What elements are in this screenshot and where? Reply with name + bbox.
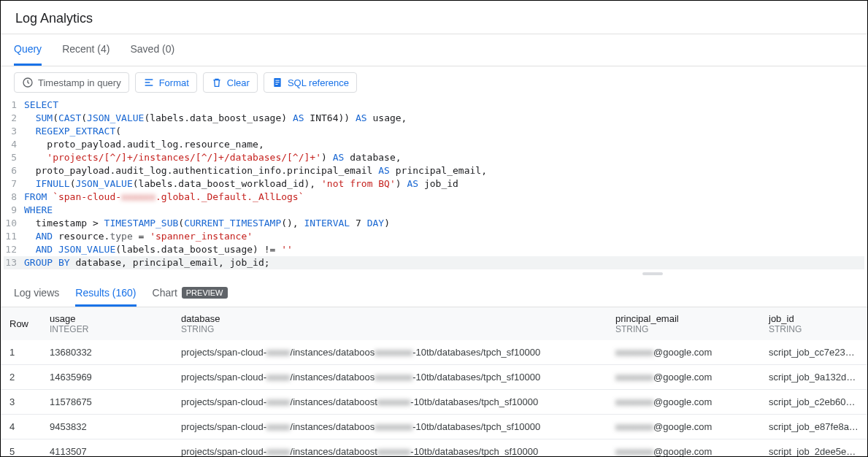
code-content: REGEXP_EXTRACT( — [24, 125, 121, 138]
result-tabs: Log views Results (160) Chart PREVIEW — [1, 275, 867, 307]
column-header[interactable]: usageINTEGER — [41, 307, 172, 340]
cell-email: xxxxxxxx@google.com — [607, 415, 760, 439]
code-line[interactable]: 8FROM `span-cloud-xxxxxx.global._Default… — [4, 191, 864, 204]
sqlref-label: SQL reference — [288, 77, 349, 88]
trash-icon — [211, 77, 223, 88]
tab-saved-[interactable]: Saved (0) — [130, 34, 174, 66]
cell-usage: 11578675 — [41, 390, 172, 415]
column-header[interactable]: principal_emailSTRING — [607, 307, 760, 340]
code-line[interactable]: 12 AND JSON_VALUE(labels.data_boost_usag… — [4, 243, 864, 256]
line-number: 3 — [4, 125, 24, 138]
tab-recent-[interactable]: Recent (4) — [62, 34, 110, 66]
clear-button[interactable]: Clear — [203, 72, 258, 93]
line-number: 7 — [4, 177, 24, 191]
cell-job: script_job_c2eb60835 — [760, 390, 867, 415]
code-line[interactable]: 5 'projects/[^/]+/instances/[^/]+/databa… — [4, 151, 864, 164]
code-line[interactable]: 4 proto_payload.audit_log.resource_name, — [4, 138, 864, 151]
column-header[interactable]: databaseSTRING — [172, 307, 607, 340]
code-line[interactable]: 9WHERE — [4, 204, 864, 217]
table-row[interactable]: 311578675projects/span-cloud-xxxxx/insta… — [1, 390, 867, 415]
line-number: 10 — [4, 217, 24, 230]
code-content: SELECT — [24, 99, 58, 112]
svg-rect-3 — [275, 82, 279, 82]
format-icon — [143, 77, 155, 88]
code-content: GROUP BY database, principal_email, job_… — [24, 256, 270, 269]
code-line[interactable]: 2 SUM(CAST(JSON_VALUE(labels.data_boost_… — [4, 112, 864, 125]
table-header-row: RowusageINTEGERdatabaseSTRINGprincipal_e… — [1, 307, 867, 340]
table-row[interactable]: 49453832projects/span-cloud-xxxxx/instan… — [1, 415, 867, 439]
cell-row: 5 — [1, 439, 41, 458]
cell-row: 3 — [1, 390, 41, 415]
cell-database: projects/span-cloud-xxxxx/instances/data… — [172, 415, 607, 439]
code-content: AND JSON_VALUE(labels.data_boost_usage) … — [24, 243, 293, 256]
code-line[interactable]: 13GROUP BY database, principal_email, jo… — [4, 256, 864, 269]
line-number: 4 — [4, 138, 24, 151]
page-title: Log Analytics — [15, 11, 853, 26]
code-content: WHERE — [24, 204, 53, 217]
line-number: 2 — [4, 112, 24, 125]
resize-handle[interactable] — [642, 272, 663, 275]
cell-job: script_job_e87fe8a8a — [760, 415, 867, 439]
header: Log Analytics — [1, 1, 867, 34]
line-number: 6 — [4, 164, 24, 177]
tab-query[interactable]: Query — [14, 34, 42, 66]
table-row[interactable]: 54113507projects/span-cloud-xxxxx/instan… — [1, 439, 867, 458]
column-header[interactable]: job_idSTRING — [760, 307, 867, 340]
top-tabs: QueryRecent (4)Saved (0) — [1, 34, 867, 66]
table-row[interactable]: 113680332projects/span-cloud-xxxxx/insta… — [1, 340, 867, 365]
column-header[interactable]: Row — [1, 307, 41, 340]
document-icon — [272, 77, 283, 88]
code-line[interactable]: 10 timestamp > TIMESTAMP_SUB(CURRENT_TIM… — [4, 217, 864, 230]
svg-rect-2 — [275, 80, 279, 81]
line-number: 8 — [4, 191, 24, 204]
line-number: 9 — [4, 204, 24, 217]
code-content: 'projects/[^/]+/instances/[^/]+/database… — [24, 151, 402, 164]
cell-database: projects/span-cloud-xxxxx/instances/data… — [172, 390, 607, 415]
cell-email: xxxxxxxx@google.com — [607, 340, 760, 365]
sql-reference-button[interactable]: SQL reference — [264, 72, 357, 93]
code-content: proto_payload.audit_log.authentication_i… — [24, 164, 487, 177]
format-button[interactable]: Format — [135, 72, 197, 93]
line-number: 12 — [4, 243, 24, 256]
cell-row: 2 — [1, 365, 41, 390]
cell-database: projects/span-cloud-xxxxx/instances/data… — [172, 340, 607, 365]
tab-results[interactable]: Results (160) — [75, 281, 136, 307]
timestamp-label: Timestamp in query — [38, 77, 121, 88]
code-content: FROM `span-cloud-xxxxxx.global._Default.… — [24, 191, 304, 204]
sql-editor[interactable]: 1SELECT2 SUM(CAST(JSON_VALUE(labels.data… — [1, 99, 867, 272]
cell-job: script_job_9a132d5d7 — [760, 365, 867, 390]
cell-job: script_job_cc7e237ba — [760, 340, 867, 365]
format-label: Format — [159, 77, 189, 88]
tab-log-views[interactable]: Log views — [14, 281, 59, 307]
cell-email: xxxxxxxx@google.com — [607, 439, 760, 458]
cell-row: 1 — [1, 340, 41, 365]
cell-job: script_job_2dee5ec16 — [760, 439, 867, 458]
line-number: 11 — [4, 230, 24, 243]
code-line[interactable]: 7 IFNULL(JSON_VALUE(labels.data_boost_wo… — [4, 177, 864, 191]
tab-chart[interactable]: Chart PREVIEW — [153, 281, 228, 307]
clock-icon — [22, 77, 34, 88]
results-table: RowusageINTEGERdatabaseSTRINGprincipal_e… — [1, 307, 867, 457]
cell-database: projects/span-cloud-xxxxx/instances/data… — [172, 439, 607, 458]
cell-row: 4 — [1, 415, 41, 439]
timestamp-button[interactable]: Timestamp in query — [14, 72, 129, 93]
code-content: SUM(CAST(JSON_VALUE(labels.data_boost_us… — [24, 112, 407, 125]
clear-label: Clear — [227, 77, 250, 88]
line-number: 1 — [4, 99, 24, 112]
cell-usage: 14635969 — [41, 365, 172, 390]
code-line[interactable]: 6 proto_payload.audit_log.authentication… — [4, 164, 864, 177]
query-toolbar: Timestamp in query Format Clear SQL refe… — [1, 66, 867, 99]
preview-badge: PREVIEW — [182, 287, 228, 299]
code-line[interactable]: 1SELECT — [4, 99, 864, 112]
line-number: 13 — [4, 256, 24, 269]
svg-rect-4 — [275, 84, 277, 85]
cell-email: xxxxxxxx@google.com — [607, 365, 760, 390]
code-line[interactable]: 11 AND resource.type = 'spanner_instance… — [4, 230, 864, 243]
tab-chart-label: Chart — [153, 287, 177, 299]
code-content: AND resource.type = 'spanner_instance' — [24, 230, 253, 243]
code-line[interactable]: 3 REGEXP_EXTRACT( — [4, 125, 864, 138]
cell-database: projects/span-cloud-xxxxx/instances/data… — [172, 365, 607, 390]
cell-usage: 13680332 — [41, 340, 172, 365]
table-row[interactable]: 214635969projects/span-cloud-xxxxx/insta… — [1, 365, 867, 390]
code-content: IFNULL(JSON_VALUE(labels.data_boost_work… — [24, 177, 458, 191]
